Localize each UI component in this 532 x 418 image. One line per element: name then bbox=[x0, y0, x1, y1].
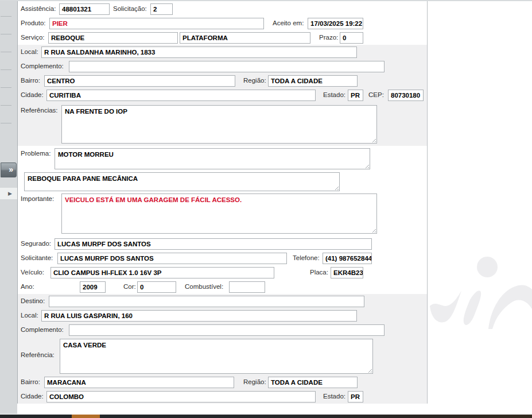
placa-input[interactable]: EKR4B23 bbox=[331, 267, 363, 278]
segurado-label: Segurado: bbox=[21, 240, 51, 247]
brand-logo-watermark bbox=[425, 241, 532, 356]
solicitacao-label: Solicitação: bbox=[113, 5, 147, 12]
destino-local-input[interactable]: R RUA LUIS GASPARIN, 160 bbox=[41, 310, 357, 322]
destino-referencia-textarea[interactable]: CASA VERDE bbox=[60, 339, 373, 374]
destino-complemento-label: Complemento: bbox=[21, 326, 64, 333]
destino-bairro-label: Bairro: bbox=[21, 378, 40, 385]
placa-label: Placa: bbox=[310, 269, 328, 276]
aceito-em-label: Aceito em: bbox=[273, 20, 304, 26]
aceito-em-input[interactable]: 17/03/2025 19:22 bbox=[308, 18, 363, 29]
expand-sidebar-button[interactable]: » bbox=[1, 162, 17, 177]
importante-textarea[interactable]: VEICULO ESTÁ EM UMA GARAGEM DE FÁCIL ACE… bbox=[61, 193, 377, 234]
telefone-input[interactable]: (41) 987652844 bbox=[323, 253, 372, 264]
veiculo-input[interactable]: CLIO CAMPUS HI-FLEX 1.0 16V 3P bbox=[51, 267, 274, 278]
problema-label: Problema: bbox=[21, 150, 51, 157]
segurado-input[interactable]: LUCAS MURPF DOS SANTOS bbox=[55, 238, 372, 250]
referencias-label: Referências: bbox=[21, 107, 58, 114]
complemento-label: Complemento: bbox=[21, 63, 64, 69]
combustivel-label: Combustível: bbox=[185, 283, 223, 290]
destino-referencia-label: Referência: bbox=[21, 351, 55, 358]
destino-input[interactable] bbox=[49, 296, 364, 307]
splitter-grip-lines bbox=[1, 16, 11, 126]
taskbar-right-segment bbox=[100, 415, 532, 418]
destino-bairro-input[interactable]: MARACANA bbox=[44, 377, 234, 388]
destino-regiao-label: Região: bbox=[243, 378, 266, 385]
produto-input[interactable]: PIER bbox=[49, 18, 264, 29]
bairro-label: Bairro: bbox=[21, 77, 40, 84]
solicitante-input[interactable]: LUCAS MURPF DOS SANTOS bbox=[57, 253, 287, 264]
telefone-label: Telefone: bbox=[293, 254, 320, 261]
destino-cidade-label: Cidade: bbox=[21, 393, 44, 400]
bottom-taskbar[interactable] bbox=[0, 415, 532, 418]
destino-estado-label: Estado: bbox=[323, 393, 345, 400]
destino-cidade-input[interactable]: COLOMBO bbox=[46, 391, 316, 402]
expand-arrow-icon[interactable]: ▶ bbox=[8, 189, 12, 198]
problema-textarea[interactable]: MOTOR MORREU bbox=[55, 148, 370, 169]
servico-input[interactable]: REBOQUE bbox=[48, 32, 178, 44]
cep-input[interactable]: 80730180 bbox=[388, 90, 424, 101]
importante-label: Importante: bbox=[21, 195, 54, 202]
produto-label: Produto: bbox=[21, 20, 45, 26]
solicitante-label: Solicitante: bbox=[21, 254, 53, 261]
cidade-label: Cidade: bbox=[21, 91, 44, 98]
taskbar-orange-segment bbox=[72, 415, 100, 418]
cor-label: Cor: bbox=[123, 283, 136, 290]
cor-input[interactable]: 0 bbox=[137, 281, 176, 293]
assistance-detail-page: » ▶ Assistência: 48801321 Solicitação: 2… bbox=[0, 0, 532, 418]
ano-label: Ano: bbox=[21, 283, 34, 290]
left-splitter-strip bbox=[0, 1, 17, 414]
prazo-label: Prazo: bbox=[319, 34, 338, 41]
combustivel-input[interactable] bbox=[229, 281, 265, 293]
prazo-input[interactable]: 0 bbox=[340, 32, 363, 44]
regiao-input[interactable]: TODA A CIDADE bbox=[268, 75, 358, 87]
destino-local-label: Local: bbox=[21, 312, 38, 319]
solicitacao-input[interactable]: 2 bbox=[150, 3, 173, 15]
assistencia-input[interactable]: 48801321 bbox=[59, 3, 110, 15]
ano-input[interactable]: 2009 bbox=[80, 281, 106, 293]
taskbar-left-segment bbox=[0, 415, 72, 418]
destino-label: Destino: bbox=[21, 297, 45, 304]
destino-regiao-input[interactable]: TODA A CIDADE bbox=[268, 377, 358, 388]
referencias-textarea[interactable]: NA FRENTE DO IOP bbox=[61, 105, 377, 144]
cidade-input[interactable]: CURITIBA bbox=[46, 90, 316, 101]
destino-complemento-input[interactable] bbox=[69, 324, 385, 336]
cep-label: CEP: bbox=[368, 91, 384, 98]
local-input[interactable]: R RUA SALDANHA MARINHO, 1833 bbox=[41, 47, 357, 58]
problema-detalhe-textarea[interactable]: REBOQUE PARA PANE MECÂNICA bbox=[24, 172, 340, 191]
assistencia-label: Assistência: bbox=[21, 5, 56, 12]
bairro-input[interactable]: CENTRO bbox=[44, 75, 235, 87]
veiculo-label: Veículo: bbox=[21, 269, 44, 276]
regiao-label: Região: bbox=[243, 77, 266, 84]
servico-tipo-input[interactable]: PLATAFORMA bbox=[180, 32, 310, 44]
estado-input[interactable]: PR bbox=[348, 90, 363, 101]
estado-label: Estado: bbox=[323, 91, 345, 98]
complemento-input[interactable] bbox=[69, 61, 385, 72]
servico-label: Serviço: bbox=[21, 34, 45, 41]
local-label: Local: bbox=[21, 48, 38, 55]
destino-estado-input[interactable]: PR bbox=[348, 391, 363, 402]
